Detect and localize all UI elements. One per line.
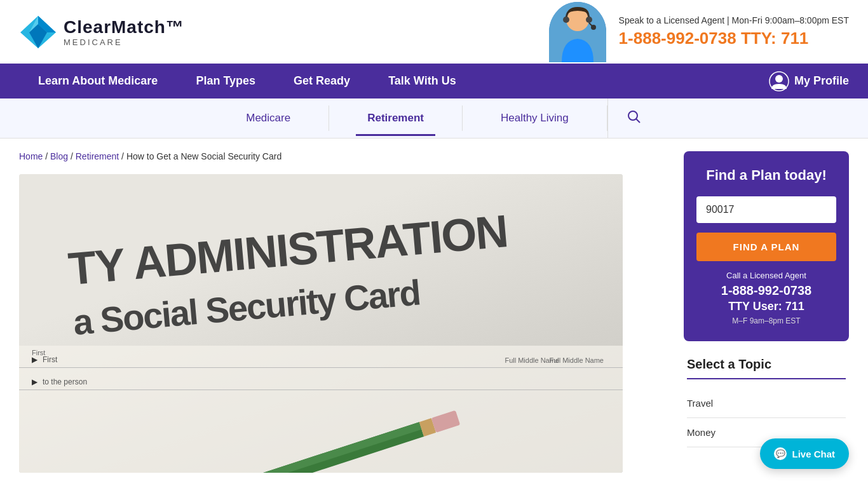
- my-profile-label: My Profile: [794, 74, 849, 88]
- svg-rect-19: [431, 410, 460, 433]
- header-right: Speak to a Licensed Agent | Mon-Fri 9:00…: [549, 2, 849, 62]
- live-chat-button[interactable]: 💬 Live Chat: [760, 438, 849, 469]
- sidebar: Find a Plan today! FIND A PLAN Call a Li…: [684, 151, 849, 473]
- nav-item-get-ready[interactable]: Get Ready: [275, 64, 369, 98]
- call-tty: TTY User: 711: [696, 300, 836, 313]
- select-topic-title: Select a Topic: [687, 357, 846, 372]
- call-hours: M–F 9am–8pm EST: [696, 316, 836, 325]
- top-header: ClearMatch™ MEDICARE Sp: [0, 0, 868, 64]
- search-button[interactable]: [607, 98, 660, 138]
- breadcrumb: Home / Blog / Retirement / How to Get a …: [19, 151, 671, 161]
- chat-icon: 💬: [774, 447, 787, 460]
- breadcrumb-retirement[interactable]: Retirement: [76, 151, 119, 161]
- form-line-2: ▶ to the person: [19, 368, 623, 390]
- svg-point-11: [775, 75, 783, 83]
- search-icon: [627, 110, 641, 124]
- logo-diamond-icon: [19, 15, 57, 50]
- find-plan-card: Find a Plan today! FIND A PLAN Call a Li…: [684, 151, 849, 341]
- my-profile-nav[interactable]: My Profile: [769, 71, 849, 92]
- call-agent-label: Call a Licensed Agent: [696, 271, 836, 280]
- profile-icon: [769, 71, 789, 92]
- call-phone[interactable]: 1-888-992-0738: [696, 283, 836, 298]
- sub-nav-items: Medicare Retirement Healthy Living: [148, 98, 720, 138]
- nav-item-learn[interactable]: Learn About Medicare: [19, 64, 177, 98]
- article-image-scene: TY ADMINISTRATION a Social Security Card…: [19, 174, 623, 473]
- topic-divider: [687, 378, 846, 379]
- nav-item-plan-types[interactable]: Plan Types: [177, 64, 275, 98]
- svg-point-12: [628, 111, 637, 120]
- main-content: Home / Blog / Retirement / How to Get a …: [19, 151, 671, 473]
- sub-nav-healthy-living[interactable]: Healthy Living: [463, 100, 607, 136]
- contact-info: Speak to a Licensed Agent | Mon-Fri 9:00…: [619, 15, 849, 48]
- phone-number[interactable]: 1-888-992-0738 TTY: 711: [619, 29, 849, 48]
- nav-item-talk[interactable]: Talk With Us: [369, 64, 475, 98]
- speak-text: Speak to a Licensed Agent | Mon-Fri 9:00…: [619, 15, 849, 25]
- live-chat-label: Live Chat: [792, 449, 835, 459]
- form-line-1: First ▶ First Full Middle Name Full Midd…: [19, 346, 623, 368]
- main-nav: Learn About Medicare Plan Types Get Read…: [0, 64, 868, 98]
- logo-area[interactable]: ClearMatch™ MEDICARE: [19, 15, 184, 50]
- breadcrumb-current: How to Get a New Social Security Card: [126, 151, 281, 161]
- sub-nav: Medicare Retirement Healthy Living: [0, 98, 868, 139]
- svg-point-7: [586, 17, 592, 23]
- find-plan-button[interactable]: FIND A PLAN: [696, 233, 836, 261]
- card-text-big: TY ADMINISTRATION a Social Security Card: [66, 206, 513, 344]
- content-area: Home / Blog / Retirement / How to Get a …: [0, 139, 868, 485]
- find-plan-title: Find a Plan today!: [696, 167, 836, 184]
- agent-photo: [549, 2, 606, 62]
- logo-text: ClearMatch™ MEDICARE: [64, 17, 184, 47]
- main-nav-items: Learn About Medicare Plan Types Get Read…: [19, 64, 475, 98]
- agent-silhouette-icon: [549, 2, 606, 62]
- breadcrumb-blog[interactable]: Blog: [50, 151, 68, 161]
- brand-subtitle: MEDICARE: [64, 37, 184, 47]
- svg-point-9: [591, 25, 596, 30]
- svg-point-6: [563, 17, 569, 23]
- svg-line-13: [636, 119, 640, 123]
- article-image: TY ADMINISTRATION a Social Security Card…: [19, 174, 623, 473]
- zip-input[interactable]: [696, 196, 836, 223]
- select-topic-section: Select a Topic Travel Money: [684, 357, 849, 447]
- sub-nav-retirement[interactable]: Retirement: [329, 100, 462, 136]
- breadcrumb-home[interactable]: Home: [19, 151, 43, 161]
- topic-item-travel[interactable]: Travel: [687, 389, 846, 418]
- brand-name: ClearMatch™: [64, 17, 184, 37]
- sub-nav-medicare[interactable]: Medicare: [208, 100, 329, 136]
